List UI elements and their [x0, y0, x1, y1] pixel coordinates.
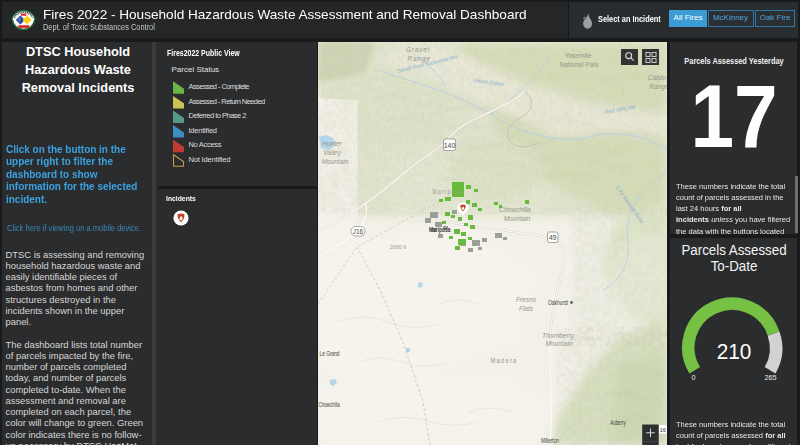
svg-text:Mountain: Mountain — [504, 215, 531, 222]
svg-text:J16: J16 — [353, 228, 364, 235]
svg-text:Le Grand: Le Grand — [320, 350, 340, 357]
svg-text:Oakhurst: Oakhurst — [548, 299, 568, 306]
svg-text:210: 210 — [717, 339, 752, 364]
svg-text:Mariposa: Mariposa — [433, 188, 464, 196]
svg-text:Assessed - Return Needed: Assessed - Return Needed — [189, 97, 266, 106]
svg-text:0: 0 — [692, 373, 696, 382]
svg-text:Millerton: Millerton — [541, 437, 559, 444]
svg-text:Identified: Identified — [189, 126, 218, 135]
svg-text:Gravel: Gravel — [406, 46, 430, 53]
svg-text:140: 140 — [444, 142, 456, 149]
svg-text:49: 49 — [549, 234, 557, 241]
svg-text:16: 16 — [660, 427, 666, 433]
svg-text:Chowchilla: Chowchilla — [319, 401, 341, 408]
svg-text:Madera: Madera — [491, 356, 518, 365]
svg-text:Hunter: Hunter — [322, 140, 342, 147]
svg-text:Calido: Calido — [648, 74, 667, 81]
svg-text:Fresno: Fresno — [516, 296, 537, 303]
svg-text:Not Identified: Not Identified — [189, 155, 231, 164]
svg-text:National Park: National Park — [559, 61, 599, 68]
svg-text:Chowchilla: Chowchilla — [499, 206, 531, 213]
svg-text:Range: Range — [649, 83, 667, 91]
svg-text:No Access: No Access — [189, 140, 222, 149]
svg-text:Assessed - Complete: Assessed - Complete — [189, 82, 250, 91]
svg-text:Flats: Flats — [519, 305, 534, 312]
svg-text:Yosemite: Yosemite — [565, 52, 592, 59]
svg-text:Deferred to Phase 2: Deferred to Phase 2 — [189, 111, 247, 120]
svg-text:Mountain: Mountain — [322, 158, 349, 165]
svg-text:265: 265 — [765, 373, 777, 382]
svg-text:Valley: Valley — [323, 149, 341, 157]
svg-text:2690 ft: 2690 ft — [390, 244, 407, 250]
svg-text:Mountain: Mountain — [545, 340, 572, 347]
svg-text:Auberry: Auberry — [610, 419, 626, 427]
svg-text:Mariposa: Mariposa — [429, 226, 451, 234]
svg-text:Thornberry: Thornberry — [542, 332, 575, 340]
